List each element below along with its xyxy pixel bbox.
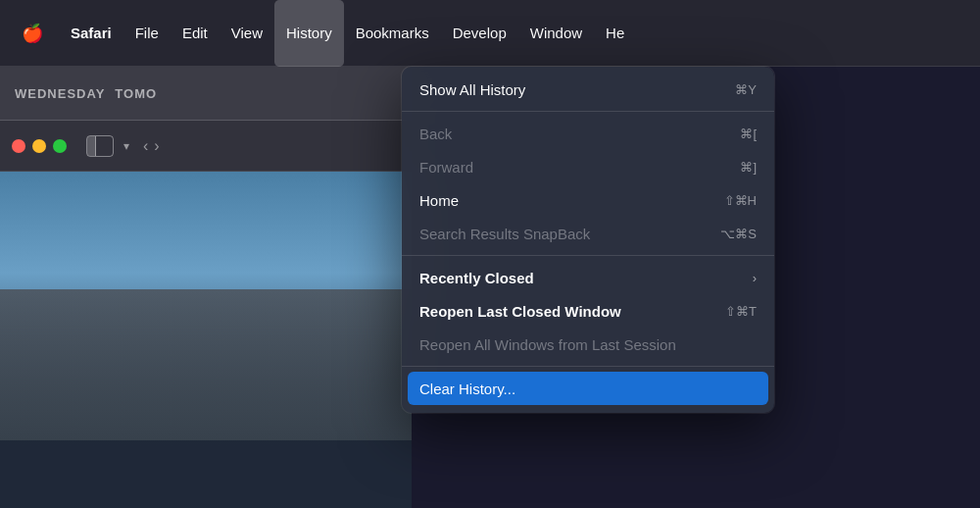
- tomo-tab-label: TOMO: [115, 86, 157, 101]
- menu-separator-1: [402, 111, 774, 112]
- clear-history-label: Clear History...: [419, 381, 515, 397]
- reopen-all-windows-item: Reopen All Windows from Last Session: [402, 328, 774, 361]
- minimize-button[interactable]: [32, 139, 46, 153]
- show-all-history-label: Show All History: [419, 81, 525, 98]
- traffic-lights: [12, 139, 67, 153]
- show-all-history-item[interactable]: Show All History ⌘Y: [402, 73, 774, 106]
- window-menu-item[interactable]: Window: [518, 0, 594, 67]
- safari-label: Safari: [71, 25, 112, 41]
- search-results-snapback-label: Search Results SnapBack: [419, 226, 590, 242]
- history-dropdown-menu: Show All History ⌘Y Back ⌘[ Forward ⌘] H…: [402, 67, 774, 413]
- edit-label: Edit: [182, 25, 208, 41]
- recently-closed-item[interactable]: Recently Closed ›: [402, 261, 774, 294]
- stadium-field: [0, 440, 412, 508]
- apple-menu-item[interactable]: 🍎: [10, 0, 55, 67]
- sidebar-toggle-button[interactable]: [86, 135, 114, 157]
- sidebar-toggle-right: [96, 136, 113, 156]
- help-menu-item[interactable]: He: [594, 0, 636, 67]
- history-menu-item[interactable]: History: [274, 0, 344, 67]
- help-label: He: [606, 25, 624, 41]
- develop-menu-item[interactable]: Develop: [441, 0, 518, 67]
- back-item: Back ⌘[: [402, 117, 774, 150]
- browser-chrome: ▾ ‹ ›: [0, 121, 412, 172]
- show-all-history-shortcut: ⌘Y: [735, 82, 757, 97]
- file-label: File: [135, 25, 159, 41]
- menu-separator-2: [402, 255, 774, 256]
- view-label: View: [231, 25, 263, 41]
- back-shortcut: ⌘[: [740, 127, 757, 141]
- reopen-last-closed-window-label: Reopen Last Closed Window: [419, 303, 621, 320]
- wednesday-tab-label: WEDNESDAY: [15, 86, 105, 101]
- edit-menu-item[interactable]: Edit: [171, 0, 220, 67]
- forward-label: Forward: [419, 159, 473, 176]
- history-label: History: [286, 25, 332, 41]
- browser-background: WEDNESDAY TOMO ▾ ‹ ›: [0, 67, 412, 508]
- chevron-down-icon[interactable]: ▾: [123, 139, 129, 153]
- nav-arrows: ‹ ›: [143, 137, 160, 155]
- back-arrow-icon[interactable]: ‹: [143, 137, 148, 155]
- safari-menu-item[interactable]: Safari: [59, 0, 123, 67]
- home-item[interactable]: Home ⇧⌘H: [402, 183, 774, 217]
- back-label: Back: [419, 126, 452, 142]
- forward-arrow-icon[interactable]: ›: [154, 137, 159, 155]
- close-button[interactable]: [12, 139, 25, 153]
- fullscreen-button[interactable]: [53, 139, 67, 153]
- search-results-snapback-item: Search Results SnapBack ⌥⌘S: [402, 217, 774, 250]
- menubar: 🍎 Safari File Edit View History Bookmark…: [0, 0, 980, 67]
- forward-shortcut: ⌘]: [740, 160, 757, 175]
- search-results-snapback-shortcut: ⌥⌘S: [720, 227, 757, 241]
- window-label: Window: [530, 25, 582, 41]
- submenu-arrow-icon: ›: [753, 271, 757, 285]
- sidebar-toggle-left: [87, 136, 96, 156]
- reopen-last-closed-window-item[interactable]: Reopen Last Closed Window ⇧⌘T: [402, 294, 774, 328]
- file-menu-item[interactable]: File: [123, 0, 171, 67]
- recently-closed-label: Recently Closed: [419, 270, 534, 286]
- reopen-all-windows-label: Reopen All Windows from Last Session: [419, 336, 676, 353]
- forward-item: Forward ⌘]: [402, 150, 774, 183]
- reopen-last-closed-window-shortcut: ⇧⌘T: [725, 304, 757, 319]
- home-label: Home: [419, 192, 459, 209]
- view-menu-item[interactable]: View: [220, 0, 274, 67]
- tab-bar: WEDNESDAY TOMO: [0, 67, 412, 121]
- bookmarks-label: Bookmarks: [356, 25, 429, 41]
- develop-label: Develop: [453, 25, 507, 41]
- bookmarks-menu-item[interactable]: Bookmarks: [344, 0, 441, 67]
- menu-separator-3: [402, 366, 774, 367]
- home-shortcut: ⇧⌘H: [724, 193, 757, 208]
- browser-content: [0, 172, 412, 508]
- clear-history-item[interactable]: Clear History...: [408, 372, 768, 405]
- apple-icon: 🍎: [22, 23, 43, 44]
